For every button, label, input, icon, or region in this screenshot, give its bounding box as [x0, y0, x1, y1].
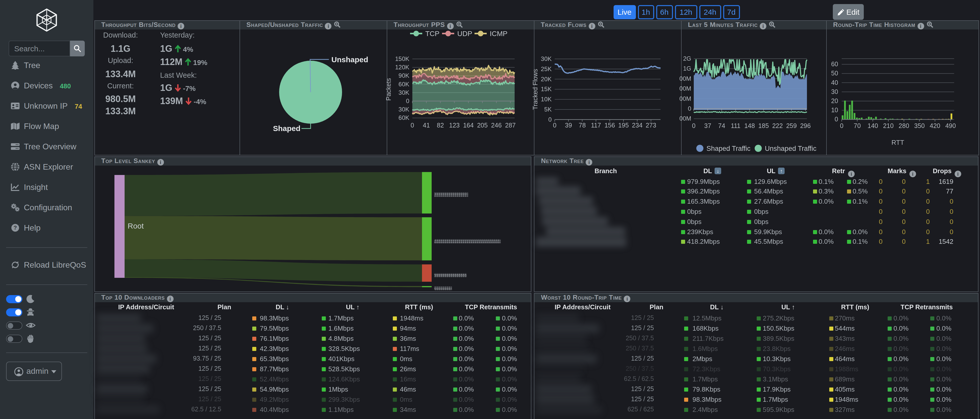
- svg-text:?: ?: [13, 224, 17, 231]
